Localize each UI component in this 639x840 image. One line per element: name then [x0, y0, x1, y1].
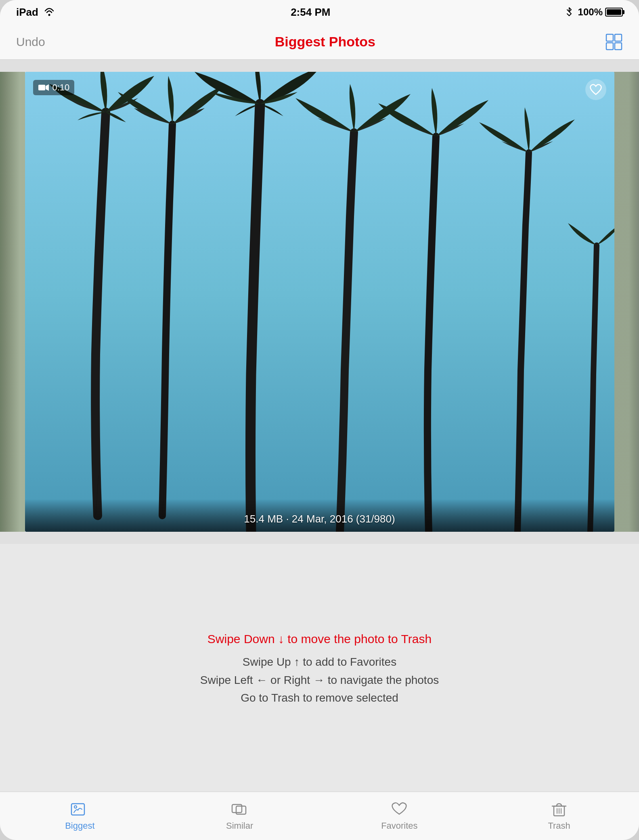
favorites-tab-label: Favorites: [381, 821, 417, 831]
side-peek-left: [0, 72, 25, 532]
main-photo: 0:10 15.4 MB · 24 Mar, 2016 (31/980): [25, 72, 614, 532]
device-frame: iPad 2:54 PM 100% Undo Bi: [0, 0, 639, 840]
heart-icon: [589, 84, 603, 96]
svg-rect-4: [615, 43, 622, 50]
palm-trees-image: [25, 72, 614, 532]
instruction-line3: Go to Trash to remove selected: [241, 692, 398, 704]
battery-icon: [605, 8, 623, 17]
status-bar-left: iPad: [16, 6, 55, 19]
video-badge: 0:10: [33, 80, 75, 95]
tab-similar[interactable]: Similar: [160, 801, 320, 831]
biggest-tab-icon: [71, 801, 89, 817]
favorites-tab-icon: [390, 801, 409, 817]
status-bar-right: 100%: [566, 6, 623, 18]
photo-container[interactable]: 0:10 15.4 MB · 24 Mar, 2016 (31/980): [25, 72, 614, 532]
side-peek-right: [614, 72, 639, 532]
photo-info-text: 15.4 MB · 24 Mar, 2016 (31/980): [244, 513, 395, 525]
video-camera-icon: [38, 84, 49, 92]
page-title: Biggest Photos: [275, 34, 375, 50]
instructions-area: Swipe Down ↓ to move the photo to Trash …: [0, 544, 639, 792]
instruction-line2: Swipe Left ← or Right → to navigate the …: [200, 674, 439, 686]
video-duration: 0:10: [52, 82, 70, 93]
svg-marker-10: [46, 84, 49, 91]
status-bar: iPad 2:54 PM 100%: [0, 0, 639, 24]
photo-info-overlay: 15.4 MB · 24 Mar, 2016 (31/980): [25, 499, 614, 532]
battery-percent: 100%: [578, 6, 603, 18]
svg-rect-3: [606, 43, 613, 50]
undo-button[interactable]: Undo: [16, 35, 45, 49]
nav-bar: Undo Biggest Photos: [0, 24, 639, 60]
svg-point-0: [48, 14, 50, 16]
bluetooth-icon: [566, 7, 572, 17]
trash-tab-label: Trash: [548, 821, 570, 831]
battery-container: 100%: [578, 6, 623, 18]
svg-rect-1: [606, 34, 613, 41]
battery-fill: [607, 9, 621, 15]
status-time: 2:54 PM: [291, 6, 330, 19]
similar-tab-icon: [230, 801, 249, 817]
svg-rect-2: [615, 34, 622, 41]
biggest-tab-label: Biggest: [65, 821, 94, 831]
similar-tab-label: Similar: [226, 821, 253, 831]
tab-favorites[interactable]: Favorites: [320, 801, 480, 831]
wifi-icon: [43, 7, 55, 17]
instruction-line1: Swipe Up ↑ to add to Favorites: [243, 656, 396, 668]
instruction-primary: Swipe Down ↓ to move the photo to Trash: [207, 632, 432, 646]
svg-rect-9: [38, 85, 45, 90]
photo-area: 0:10 15.4 MB · 24 Mar, 2016 (31/980): [0, 60, 639, 544]
main-content: 0:10 15.4 MB · 24 Mar, 2016 (31/980): [0, 60, 639, 792]
device-label: iPad: [16, 6, 38, 19]
instruction-secondary: Swipe Up ↑ to add to Favorites Swipe Lef…: [200, 653, 439, 707]
tab-trash[interactable]: Trash: [479, 801, 639, 831]
favorite-button[interactable]: [585, 79, 606, 100]
trash-tab-icon: [550, 801, 568, 817]
svg-point-12: [74, 806, 77, 808]
tab-bar: Biggest Similar Favorites: [0, 792, 639, 840]
grid-view-icon[interactable]: [605, 33, 623, 51]
tab-biggest[interactable]: Biggest: [0, 801, 160, 831]
